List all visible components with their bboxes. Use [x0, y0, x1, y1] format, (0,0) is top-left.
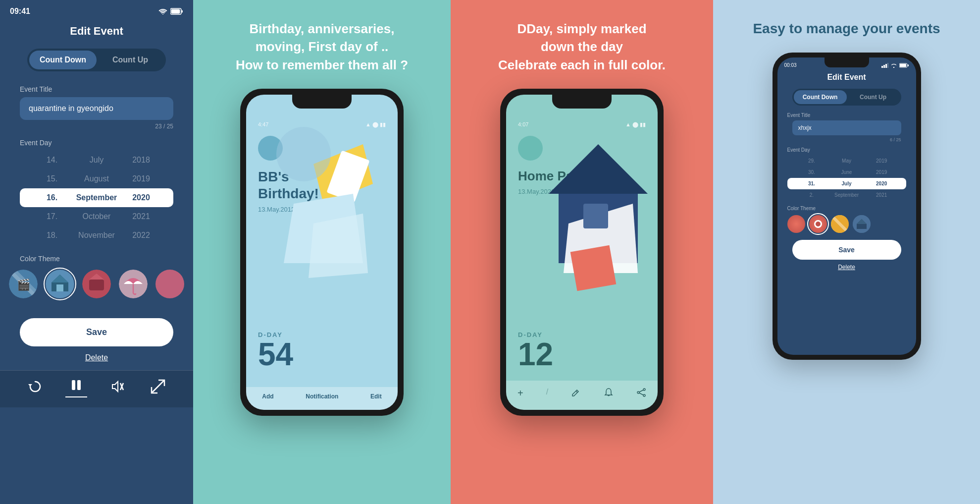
date-month: September: [74, 193, 119, 202]
notification-action[interactable]: Notification: [306, 393, 338, 400]
date-row-4[interactable]: 17. October 2021: [20, 207, 173, 226]
count-down-btn[interactable]: Count Down: [29, 51, 97, 69]
date-month: November: [74, 231, 119, 240]
svg-point-43: [893, 67, 894, 68]
mini-delete-button[interactable]: Delete: [838, 264, 855, 271]
svg-marker-26: [309, 214, 368, 278]
mini-count-down-btn[interactable]: Count Down: [794, 90, 847, 104]
date-row-3-selected[interactable]: 16. September 2020: [20, 188, 173, 207]
svg-rect-40: [883, 65, 885, 68]
wifi-icon: [158, 8, 167, 14]
save-button[interactable]: Save: [20, 318, 173, 346]
mini-date-row-2[interactable]: 30.June2019: [787, 167, 906, 178]
char-count: 23 / 25: [20, 123, 173, 130]
svg-marker-17: [28, 384, 32, 387]
phone-screen-birthday: 4:47 ▲ ⬤ ▮▮ BB'sBirthday! 13.May.2012: [246, 95, 398, 410]
svg-rect-18: [72, 380, 75, 390]
date-row-1[interactable]: 14. July 2018: [20, 151, 173, 169]
mini-event-title-label: Event Title: [787, 112, 916, 118]
screen-status-bar-party: 4:07 ▲ ⬤ ▮▮: [518, 119, 646, 128]
mini-time: 00:03: [784, 62, 797, 68]
svg-rect-31: [570, 245, 617, 291]
birthday-shapes: [264, 124, 398, 293]
panel2-headline: Birthday, anniversaries,moving, First da…: [236, 20, 408, 74]
svg-line-22: [152, 380, 164, 393]
plus-icon[interactable]: +: [517, 388, 523, 399]
mute-tab-icon[interactable]: [106, 376, 128, 397]
delete-button[interactable]: Delete: [85, 353, 108, 362]
date-year: 2019: [119, 174, 163, 183]
mini-swatch-2[interactable]: [809, 215, 827, 233]
mini-battery-icon: [899, 63, 909, 68]
mini-date-row-1[interactable]: 29.May2019: [787, 155, 906, 167]
mini-page-title: Edit Event: [777, 73, 916, 82]
date-month: July: [74, 156, 119, 165]
panel-birthday: Birthday, anniversaries,moving, First da…: [193, 0, 451, 504]
add-action[interactable]: Add: [262, 393, 273, 400]
color-swatches: 🎬: [9, 270, 184, 298]
svg-rect-39: [881, 66, 883, 68]
mini-date-row-3-selected[interactable]: 31.July2020: [787, 178, 906, 189]
date-row-5[interactable]: 18. November 2022: [20, 226, 173, 245]
svg-rect-3: [182, 10, 183, 13]
mini-signal-icon: [881, 63, 888, 68]
page-title: Edit Event: [70, 25, 123, 38]
mini-event-title-value: xhxjx: [798, 124, 812, 131]
swatch-house[interactable]: [46, 270, 74, 298]
mini-date-row-4[interactable]: 2.September2021: [787, 189, 906, 201]
phone-notch: [292, 95, 352, 109]
pause-tab-icon[interactable]: [65, 376, 87, 397]
refresh-tab-icon[interactable]: [24, 376, 46, 397]
mode-toggle: Count Down Count Up: [27, 49, 166, 71]
date-picker[interactable]: 14. July 2018 15. August 2019 16. Septem…: [20, 151, 173, 245]
edit-icon-party[interactable]: [571, 388, 581, 399]
birthday-screen: 4:47 ▲ ⬤ ▮▮ BB'sBirthday! 13.May.2012: [246, 95, 398, 410]
svg-point-36: [637, 392, 639, 393]
swatch-stripe[interactable]: 🎬: [9, 270, 38, 298]
mini-swatches: [777, 215, 916, 233]
screen-time-party: 4:07: [518, 121, 528, 128]
status-bar: 09:41: [0, 0, 193, 20]
mini-wifi-icon: [890, 63, 897, 68]
svg-line-37: [639, 390, 643, 392]
mini-swatch-3[interactable]: [831, 215, 849, 233]
mini-event-title-input[interactable]: xhxjx: [792, 120, 901, 135]
phone-mockup-party: 4:07 ▲ ⬤ ▮▮ Home Party!! 13.May.2020: [500, 89, 664, 416]
date-row-2[interactable]: 15. August 2019: [20, 169, 173, 188]
status-time: 09:41: [10, 7, 30, 16]
date-year: 2022: [119, 231, 163, 240]
event-title-input[interactable]: quarantine in gyeongido: [20, 97, 173, 120]
dday-number: 54: [258, 338, 293, 370]
svg-line-33: [576, 391, 577, 392]
mini-save-button[interactable]: Save: [792, 240, 901, 260]
mini-date-picker[interactable]: 29.May2019 30.June2019 31.July2020 2.Sep…: [777, 155, 916, 201]
svg-point-35: [643, 394, 645, 396]
swatch-pink[interactable]: [155, 270, 184, 298]
date-month: August: [74, 174, 119, 183]
expand-tab-icon[interactable]: [147, 376, 169, 397]
phone-mockup-small: 00:03: [773, 53, 921, 360]
phone-screen-party: 4:07 ▲ ⬤ ▮▮ Home Party!! 13.May.2020: [506, 95, 658, 410]
edit-action[interactable]: Edit: [370, 393, 382, 400]
share-icon-party[interactable]: [636, 388, 646, 399]
mini-swatch-1[interactable]: [787, 215, 805, 233]
phone-screen-small: 00:03: [777, 57, 916, 355]
party-bottom-bar: + /: [506, 381, 658, 410]
mini-swatch-4[interactable]: [853, 215, 871, 233]
count-up-btn[interactable]: Count Up: [97, 51, 164, 69]
svg-rect-2: [171, 9, 180, 14]
bell-icon-party[interactable]: [604, 388, 614, 399]
svg-text:🎬: 🎬: [17, 278, 31, 291]
date-month: October: [74, 212, 119, 221]
svg-rect-32: [583, 204, 608, 228]
party-shapes: [519, 134, 658, 313]
svg-point-0: [162, 14, 164, 15]
party-dday-number: 12: [518, 338, 553, 370]
svg-rect-19: [77, 380, 81, 390]
swatch-red[interactable]: [82, 270, 111, 298]
date-day: 18.: [30, 231, 74, 240]
mini-count-up-btn[interactable]: Count Up: [847, 90, 900, 104]
event-title-value: quarantine in gyeongido: [29, 104, 113, 112]
swatch-umbrella[interactable]: [119, 270, 148, 298]
slash-icon: /: [546, 388, 548, 399]
